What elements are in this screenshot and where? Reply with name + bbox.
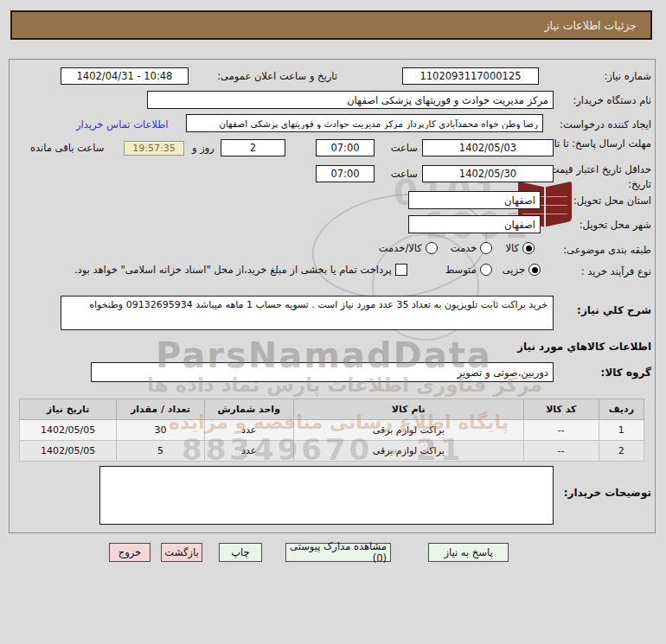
announce-datetime-label: تاریخ و ساعت اعلان عمومی:: [217, 70, 337, 82]
col-goods-name: نام کالا: [293, 399, 523, 420]
need-number-label: شماره نیاز:: [604, 70, 651, 82]
col-goods-code: کد کالا: [523, 399, 599, 420]
validity-hour-label: ساعت: [391, 168, 418, 180]
reply-hour-label: ساعت: [391, 142, 418, 154]
goods-group-input[interactable]: [91, 362, 554, 382]
col-row-number: ردیف: [599, 399, 644, 420]
city-input[interactable]: [408, 215, 541, 233]
treasury-checkbox-option[interactable]: پرداخت تمام یا بخشی از مبلغ خرید،از محل …: [74, 264, 407, 276]
creator-label: ایجاد کننده درخواست:: [560, 118, 651, 131]
cell-unit: عدد: [204, 420, 293, 441]
reply-deadline-date-input[interactable]: [422, 139, 554, 156]
page-title: جزئیات اطلاعات نیاز: [545, 19, 637, 32]
cell-goods-code: --: [523, 441, 599, 462]
radio-option-medium[interactable]: متوسط: [445, 264, 492, 276]
goods-group-label: گروه کالا:: [601, 367, 651, 379]
remaining-days-input[interactable]: [221, 139, 285, 156]
buyer-comments-box[interactable]: [99, 466, 554, 525]
radio-option-partial[interactable]: جزیی: [503, 264, 541, 276]
cell-row-number: 1: [599, 420, 644, 441]
price-validity-date-input[interactable]: [422, 165, 554, 182]
radio-icon[interactable]: [480, 242, 492, 254]
cell-unit: عدد: [204, 441, 293, 462]
col-quantity: تعداد / مقدار: [117, 399, 205, 420]
radio-selected-icon[interactable]: [528, 264, 541, 276]
treasury-checkbox-icon[interactable]: [395, 264, 407, 276]
respond-button[interactable]: پاسخ به نیاز: [428, 543, 509, 562]
radio-icon[interactable]: [426, 242, 438, 254]
col-unit: واحد شمارش: [204, 399, 293, 420]
exit-button[interactable]: خروج: [109, 543, 150, 562]
price-validity-time-input[interactable]: [316, 165, 375, 182]
table-row[interactable]: 2 -- براکت لوازم برقی عدد 5 1402/05/05: [20, 441, 644, 462]
need-details-page: جزئیات اطلاعات نیاز 0101 1001 شماره نیاز…: [0, 0, 666, 644]
cell-goods-name: براکت لوازم برقی: [293, 420, 523, 441]
radio-option-label: کالا/خدمت: [379, 242, 422, 254]
goods-info-header: اطلاعات کالاهاي مورد نیاز: [517, 341, 651, 353]
treasury-note-label: پرداخت تمام یا بخشی از مبلغ خرید،از محل …: [74, 264, 392, 276]
cell-quantity: 5: [117, 441, 205, 462]
creator-input[interactable]: [186, 114, 543, 132]
buyer-org-label: نام دستگاه خریدار:: [573, 94, 651, 106]
cell-quantity: 30: [117, 420, 205, 441]
back-button[interactable]: بازگشت: [161, 543, 202, 562]
radio-icon[interactable]: [480, 264, 492, 276]
radio-selected-icon[interactable]: [522, 242, 535, 254]
table-row[interactable]: 1 -- براکت لوازم برقی عدد 30 1402/05/05: [20, 420, 644, 441]
classification-label: طبقه بندی موضوعی:: [563, 244, 651, 256]
buyer-comments-label: توضیحات خریدار:: [564, 487, 651, 499]
radio-option-label: خدمت: [451, 242, 477, 254]
cell-goods-code: --: [523, 420, 599, 441]
cell-goods-name: براکت لوازم برقی: [293, 441, 523, 462]
cell-row-number: 2: [599, 441, 644, 462]
need-desc-label: شرح کلي نیاز:: [577, 304, 651, 316]
classification-radio-group: کالا خدمت کالا/خدمت: [379, 242, 535, 254]
radio-option-goods[interactable]: کالا: [505, 242, 535, 254]
radio-option-service[interactable]: خدمت: [451, 242, 493, 254]
province-label: استان محل تحویل:: [573, 194, 651, 207]
table-header-row: ردیف کد کالا نام کالا واحد شمارش تعداد /…: [20, 399, 644, 420]
city-label: شهر محل تحویل:: [580, 219, 651, 231]
reply-deadline-time-input[interactable]: [316, 139, 375, 156]
need-desc-box[interactable]: خرید براکت ثابت تلویزیون به تعداد 35 عدد…: [61, 296, 554, 330]
province-input[interactable]: [408, 191, 541, 209]
col-need-date: تاریخ نیاز: [20, 399, 117, 420]
radio-option-label: متوسط: [445, 264, 477, 276]
countdown-timer: 19:57:35: [124, 141, 184, 156]
window-title-bar: جزئیات اطلاعات نیاز: [10, 10, 652, 40]
buyer-contact-link[interactable]: اطلاعات تماس خریدار: [76, 118, 169, 131]
radio-option-label: جزیی: [503, 264, 525, 276]
view-attachments-button[interactable]: مشاهده مدارک پیوستی (0): [285, 543, 391, 562]
process-type-label: نوع فرآیند خرید :: [581, 265, 651, 277]
print-button[interactable]: چاپ: [219, 543, 262, 562]
cell-need-date: 1402/05/05: [20, 420, 117, 441]
radio-option-label: کالا: [505, 242, 519, 254]
need-number-input[interactable]: [402, 67, 539, 85]
days-suffix-label: روز و: [192, 142, 215, 154]
countdown-suffix-label: ساعت باقی مانده: [30, 142, 104, 154]
cell-need-date: 1402/05/05: [20, 441, 117, 462]
buyer-org-input[interactable]: [147, 91, 554, 109]
process-type-radio-group: جزیی متوسط پرداخت تمام یا بخشی از مبلغ خ…: [74, 264, 541, 276]
goods-table: ردیف کد کالا نام کالا واحد شمارش تعداد /…: [19, 399, 644, 462]
radio-option-goods-service[interactable]: کالا/خدمت: [379, 242, 438, 254]
announce-datetime-input[interactable]: [61, 67, 189, 85]
